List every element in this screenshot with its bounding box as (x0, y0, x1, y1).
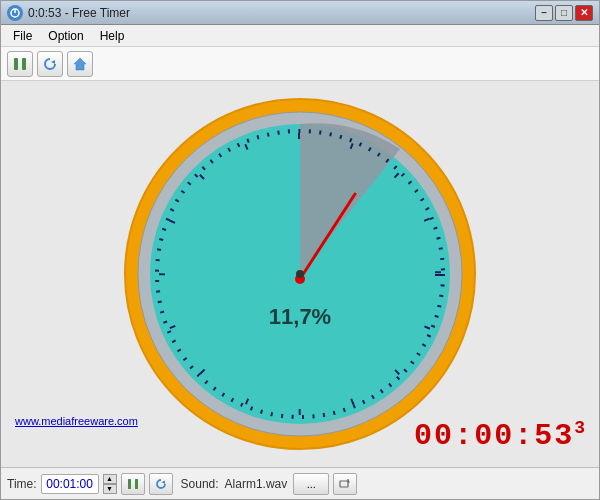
digital-hours: 00 (414, 419, 454, 453)
clock-face: /* placeholder */ 11,7% (120, 94, 480, 454)
bottom-icon-button[interactable] (333, 473, 357, 495)
main-content: /* placeholder */ 11,7% 00:00:533 (1, 81, 599, 467)
svg-rect-3 (22, 58, 26, 70)
title-bar: 0:0:53 - Free Timer – □ ✕ (1, 1, 599, 25)
svg-rect-15 (128, 479, 131, 489)
bottom-bar: Time: ▲ ▼ Sound: Alarm1.wav ... (1, 467, 599, 499)
bottom-reset-button[interactable] (149, 473, 173, 495)
bottom-extra-icon (339, 478, 351, 490)
app-icon (7, 5, 23, 21)
spin-down-button[interactable]: ▼ (103, 484, 117, 494)
svg-marker-5 (74, 58, 86, 70)
window-title: 0:0:53 - Free Timer (28, 6, 130, 20)
digital-minutes: 00 (474, 419, 514, 453)
clock-container: /* placeholder */ 11,7% (120, 94, 480, 454)
pause-icon (13, 57, 27, 71)
svg-marker-4 (51, 60, 55, 64)
sound-browse-button[interactable]: ... (293, 473, 329, 495)
toolbar (1, 47, 599, 81)
spin-up-button[interactable]: ▲ (103, 474, 117, 484)
website-link[interactable]: www.mediafreeware.com (15, 415, 138, 427)
home-button[interactable] (67, 51, 93, 77)
svg-rect-16 (135, 479, 138, 489)
spin-buttons: ▲ ▼ (103, 474, 117, 494)
time-input[interactable] (41, 474, 99, 494)
reset-icon (43, 57, 57, 71)
svg-point-14 (296, 270, 304, 278)
bottom-pause-icon (127, 478, 139, 490)
home-icon (73, 57, 87, 71)
digital-seconds: 53 (534, 419, 574, 453)
time-label: Time: (7, 477, 37, 491)
app-window: 0:0:53 - Free Timer – □ ✕ File Option He… (0, 0, 600, 500)
menu-bar: File Option Help (1, 25, 599, 47)
sound-value: Alarm1.wav (225, 477, 288, 491)
pause-button[interactable] (7, 51, 33, 77)
digital-fraction: 3 (574, 418, 587, 438)
svg-text:11,7%: 11,7% (269, 304, 331, 329)
sound-label: Sound: (181, 477, 219, 491)
svg-marker-17 (161, 480, 165, 484)
menu-option[interactable]: Option (40, 27, 91, 45)
minimize-button[interactable]: – (535, 5, 553, 21)
bottom-reset-icon (155, 478, 167, 490)
svg-rect-2 (14, 58, 18, 70)
reset-button[interactable] (37, 51, 63, 77)
maximize-button[interactable]: □ (555, 5, 573, 21)
digital-time-display: 00:00:533 (414, 418, 587, 453)
close-button[interactable]: ✕ (575, 5, 593, 21)
bottom-pause-button[interactable] (121, 473, 145, 495)
svg-rect-18 (340, 481, 348, 487)
menu-file[interactable]: File (5, 27, 40, 45)
window-controls: – □ ✕ (535, 5, 593, 21)
menu-help[interactable]: Help (92, 27, 133, 45)
title-bar-left: 0:0:53 - Free Timer (7, 5, 130, 21)
